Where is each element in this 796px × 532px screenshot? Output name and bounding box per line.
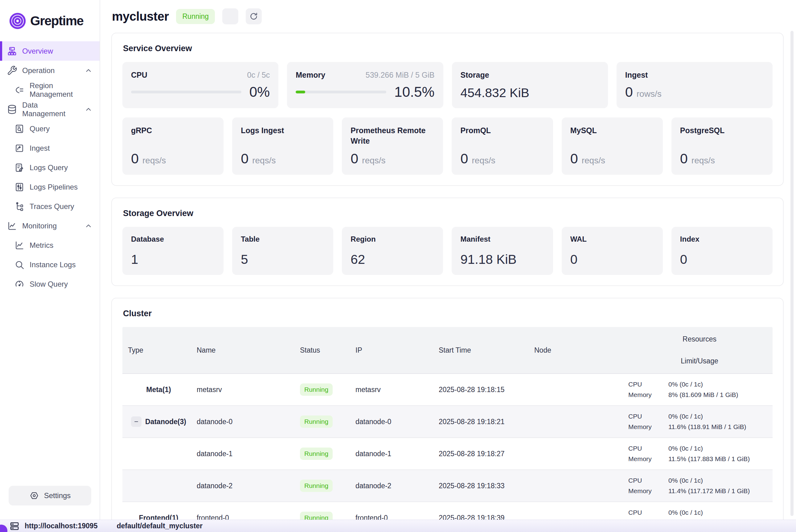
row-start-time: 2025-08-28 19:18:15: [437, 385, 532, 394]
sidebar-item-metrics[interactable]: Metrics: [0, 235, 99, 255]
memory-progress-fill: [296, 91, 305, 93]
index-stat-label: Index: [680, 235, 764, 244]
page-header: mycluster Running: [111, 0, 784, 33]
row-resources: CPU0% (0c / 1c) Memory11.4% (117.172 MiB…: [626, 472, 773, 500]
postgresql-unit: reqs/s: [691, 156, 715, 166]
sidebar-item-overview[interactable]: Overview: [0, 41, 99, 61]
cluster-action-button[interactable]: [222, 8, 238, 24]
row-type-label: Frontend(1): [139, 514, 178, 520]
column-header-name: Name: [195, 346, 298, 355]
sidebar-item-logs-pipelines[interactable]: Logs Pipelines: [0, 177, 99, 197]
main-content: mycluster Running Service Overview: [100, 0, 796, 520]
grpc-card-title: gRPC: [131, 126, 215, 136]
chart-icon: [14, 240, 25, 251]
row-status-badge: Running: [300, 383, 333, 396]
sidebar-item-traces-query[interactable]: Traces Query: [0, 197, 99, 216]
sidebar-item-label: Slow Query: [30, 280, 68, 288]
table-row-datanode-1: datanode-1 Running datanode-1 2025-08-28…: [122, 438, 773, 470]
prometheus-remote-write-card-title: Prometheus Remote Write: [350, 126, 434, 147]
cluster-panel: Cluster Type Name Status IP Start Time N…: [111, 298, 784, 520]
row-resources: CPU0% (0c / 1c) Memory11.5% (117.883 MiB…: [626, 440, 773, 468]
brand-logo[interactable]: Greptime: [0, 0, 99, 35]
cluster-table-body: Meta(1) metasrv Running metasrv 2025-08-…: [122, 374, 773, 520]
sidebar-item-monitoring[interactable]: Monitoring: [0, 216, 99, 235]
wal-stat-label: WAL: [570, 235, 654, 244]
chart-icon: [7, 221, 17, 231]
manifest-stat-value: 91.18 KiB: [460, 252, 544, 267]
refresh-button[interactable]: [246, 8, 262, 24]
memory-progress-bar: [296, 91, 386, 93]
memory-label: Memory: [628, 391, 668, 399]
row-resources: CPU0% (0c / 1c) Memory10.1% (103.691 MiB…: [626, 504, 773, 520]
database-stat-value: 1: [131, 252, 215, 267]
memory-usage: 8% (81.609 MiB / 1 GiB): [668, 391, 773, 399]
region-stat-value: 62: [350, 252, 434, 267]
grpc-unit: reqs/s: [143, 156, 166, 166]
row-type-label: Datanode(3): [145, 418, 186, 426]
server-icon: [9, 521, 25, 531]
logs-ingest-value: 0: [241, 151, 248, 167]
database-stat-card: Database 1: [122, 227, 224, 275]
current-database: default/default_mycluster: [116, 522, 203, 530]
row-status-badge: Running: [300, 448, 333, 460]
sidebar-item-logs-query[interactable]: Logs Query: [0, 158, 99, 177]
collapse-datanode-button[interactable]: [131, 416, 141, 427]
column-header-status: Status: [298, 346, 354, 355]
sidebar-item-data-management[interactable]: Data Management: [0, 99, 99, 119]
chevron-up-icon[interactable]: [84, 222, 93, 230]
memory-card-title: Memory: [296, 70, 325, 80]
sidebar-item-ingest[interactable]: Ingest: [0, 138, 99, 158]
manifest-stat-label: Manifest: [460, 235, 544, 244]
service-metric-cards: CPU 0c / 5c 0% Memory 539.266 MiB / 5 Gi…: [122, 62, 773, 108]
region-management-icon: [14, 85, 25, 95]
cpu-label: CPU: [628, 445, 668, 452]
row-start-time: 2025-08-28 19:18:33: [437, 482, 532, 490]
column-header-start-time: Start Time: [437, 346, 532, 355]
region-stat-card: Region 62: [342, 227, 443, 275]
cpu-usage: 0% (0c / 1c): [668, 509, 773, 516]
cpu-usage: 0% (0c / 1c): [668, 413, 773, 420]
row-status-badge: Running: [300, 416, 333, 428]
refresh-icon: [249, 12, 258, 21]
table-row-metasrv: Meta(1) metasrv Running metasrv 2025-08-…: [122, 374, 773, 406]
memory-usage: 11.6% (118.91 MiB / 1 GiB): [668, 423, 773, 431]
sidebar-item-region-management[interactable]: Region Management: [0, 80, 99, 99]
limit-usage-header-label: Limit/Usage: [681, 357, 718, 365]
cpu-label: CPU: [628, 413, 668, 420]
table-stat-label: Table: [241, 235, 325, 244]
column-header-type: Type: [122, 346, 195, 355]
logs-ingest-unit: reqs/s: [252, 156, 276, 166]
sidebar-item-label: Monitoring: [22, 222, 57, 230]
brand-name: Greptime: [30, 14, 83, 28]
settings-button[interactable]: Settings: [8, 486, 91, 506]
minus-icon: [133, 418, 140, 425]
index-stat-value: 0: [680, 252, 764, 267]
service-overview-title: Service Overview: [123, 44, 773, 53]
row-ip: datanode-0: [354, 418, 437, 426]
cpu-usage: 0% (0c / 1c): [668, 477, 773, 484]
sidebar-item-label: Data Management: [22, 101, 79, 118]
cluster-icon: [7, 46, 17, 56]
table-row-datanode-2: datanode-2 Running datanode-2 2025-08-28…: [122, 470, 773, 502]
sidebar-item-operation[interactable]: Operation: [0, 61, 99, 80]
chevron-up-icon[interactable]: [84, 66, 93, 75]
postgresql-card: PostgreSQL 0reqs/s: [671, 117, 773, 175]
ingest-card: Ingest 0 rows/s: [617, 62, 773, 108]
sidebar-nav: Overview Operation: [0, 41, 99, 294]
sidebar-item-slow-query[interactable]: Slow Query: [0, 274, 99, 294]
settings-button-label: Settings: [44, 491, 71, 500]
gear-icon: [29, 491, 39, 500]
row-ip: metasrv: [354, 385, 437, 394]
sidebar-item-label: Region Management: [30, 81, 93, 99]
sidebar-item-query[interactable]: Query: [0, 119, 99, 138]
wal-stat-card: WAL 0: [562, 227, 663, 275]
sliders-icon: [14, 182, 25, 192]
column-header-node: Node: [532, 346, 626, 355]
sidebar-item-instance-logs[interactable]: Instance Logs: [0, 255, 99, 274]
logs-query-icon: [14, 163, 25, 173]
cluster-title: Cluster: [123, 309, 773, 318]
storage-value: 454.832 KiB: [460, 86, 599, 100]
table-row-frontend-0: Frontend(1) frontend-0 Running frontend-…: [122, 502, 773, 520]
chevron-up-icon[interactable]: [84, 105, 93, 114]
vertical-scrollbar[interactable]: [791, 31, 794, 516]
